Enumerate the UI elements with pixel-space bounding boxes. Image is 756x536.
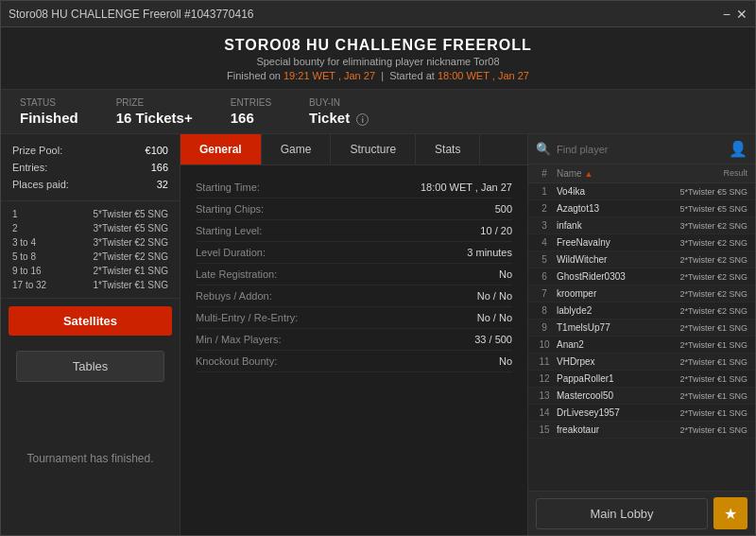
place-prize: 2*Twister €2 SNG (94, 251, 168, 262)
player-row[interactable]: 2Azagtot135*Twister €5 SNG (528, 200, 755, 217)
places-paid-value: 32 (157, 179, 168, 190)
player-result: 2*Twister €1 SNG (672, 408, 747, 418)
prize-pool-value: €100 (146, 145, 168, 156)
place-rank: 5 to 8 (12, 251, 36, 262)
places-paid-row: Places paid: 32 (12, 176, 168, 193)
player-result: 5*Twister €5 SNG (672, 187, 747, 197)
tab-bar: GeneralGameStructureStats (180, 134, 527, 165)
player-rank: 9 (536, 322, 553, 333)
tables-button[interactable]: Tables (16, 351, 164, 382)
detail-label: Rebuys / Addon: (196, 290, 272, 302)
prize-pool-label: Prize Pool: (12, 145, 62, 156)
player-name: kroomper (557, 288, 668, 299)
add-player-icon[interactable]: 👤 (729, 140, 747, 158)
player-result: 2*Twister €2 SNG (672, 272, 747, 282)
favorite-button[interactable]: ★ (713, 497, 747, 529)
player-result: 3*Twister €2 SNG (672, 238, 747, 248)
place-rank: 17 to 32 (12, 280, 46, 290)
player-rows: 1Vo4ika5*Twister €5 SNG2Azagtot135*Twist… (528, 183, 755, 439)
player-row[interactable]: 1Vo4ika5*Twister €5 SNG (528, 183, 755, 200)
main-lobby-button[interactable]: Main Lobby (536, 498, 708, 529)
player-row[interactable]: 7kroomper2*Twister €2 SNG (528, 285, 755, 303)
player-row[interactable]: 4FreeNavalny3*Twister €2 SNG (528, 234, 755, 251)
prize-places: 15*Twister €5 SNG23*Twister €5 SNG3 to 4… (1, 201, 180, 299)
separator: | (381, 70, 384, 81)
place-row: 3 to 43*Twister €2 SNG (12, 235, 168, 250)
player-row[interactable]: 5WildWitcher2*Twister €2 SNG (528, 251, 755, 268)
player-row[interactable]: 13Mastercool502*Twister €1 SNG (528, 388, 755, 405)
status-item: Status Finished (20, 97, 78, 126)
player-rank: 4 (536, 237, 553, 248)
tab-stats[interactable]: Stats (416, 134, 480, 164)
detail-value: 10 / 20 (480, 225, 512, 236)
info-bar: Status Finished Prize 16 Tickets+ Entrie… (1, 90, 755, 134)
place-prize: 5*Twister €5 SNG (94, 209, 168, 219)
player-row[interactable]: 6GhostRider03032*Twister €2 SNG (528, 268, 755, 285)
tab-general[interactable]: General (180, 134, 262, 164)
detail-label: Late Registration: (196, 268, 277, 280)
place-prize: 2*Twister €1 SNG (94, 266, 168, 276)
player-result: 2*Twister €1 SNG (672, 425, 747, 435)
player-row[interactable]: 11VHDrpex2*Twister €1 SNG (528, 354, 755, 371)
info-icon[interactable]: i (356, 113, 369, 126)
main-content: Prize Pool: €100 Entries: 166 Places pai… (1, 134, 755, 535)
player-row[interactable]: 12PappaRoller12*Twister €1 SNG (528, 371, 755, 388)
player-result: 2*Twister €1 SNG (672, 357, 747, 367)
place-rank: 9 to 16 (12, 266, 42, 276)
place-rank: 3 to 4 (12, 237, 36, 248)
prize-item: Prize 16 Tickets+ (116, 97, 193, 126)
player-row[interactable]: 15freakotaur2*Twister €1 SNG (528, 422, 755, 439)
place-row: 9 to 162*Twister €1 SNG (12, 264, 168, 278)
window-title: Storo08 HU CHALLENGE Freeroll #104377041… (9, 8, 253, 21)
star-icon: ★ (724, 505, 737, 523)
buyin-value: Ticket i (309, 110, 369, 126)
player-name: Anan2 (557, 339, 668, 350)
player-row[interactable]: 10Anan22*Twister €1 SNG (528, 337, 755, 354)
player-rank: 14 (536, 407, 553, 418)
entries-value: 166 (231, 110, 271, 126)
col-result-header: Result (672, 168, 747, 179)
col-num-header: # (536, 168, 553, 179)
tab-structure[interactable]: Structure (331, 134, 416, 164)
detail-row: Starting Time:18:00 WET , Jan 27 (196, 177, 512, 199)
place-rank: 2 (12, 223, 18, 233)
search-input[interactable] (557, 144, 723, 155)
places-paid-label: Places paid: (12, 179, 69, 190)
satellites-button[interactable]: Satellites (9, 306, 172, 336)
detail-value: No / No (477, 290, 512, 302)
player-result: 2*Twister €1 SNG (672, 323, 747, 333)
minimize-button[interactable]: − (723, 8, 730, 21)
place-prize: 3*Twister €5 SNG (94, 223, 168, 233)
player-name: DrLivesey1957 (557, 407, 668, 418)
detail-row: Rebuys / Addon:No / No (196, 285, 512, 307)
player-table-header: # Name ▲ Result (528, 164, 755, 183)
player-rank: 12 (536, 373, 553, 384)
detail-row: Multi-Entry / Re-Entry:No / No (196, 307, 512, 329)
tournament-subtitle: Special bounty for eliminating player ni… (1, 56, 755, 67)
tournament-title: STORO08 HU CHALLENGE FREEROLL (1, 37, 755, 54)
player-rank: 2 (536, 203, 553, 214)
tournament-header: STORO08 HU CHALLENGE FREEROLL Special bo… (1, 27, 755, 90)
tab-game[interactable]: Game (262, 134, 332, 164)
search-bar: 🔍 👤 (528, 134, 755, 164)
player-name: GhostRider0303 (557, 271, 668, 282)
detail-row: Late Registration:No (196, 264, 512, 285)
entries-label: Entries (231, 97, 271, 108)
detail-label: Starting Chips: (196, 203, 264, 215)
entries-label-left: Entries: (12, 162, 47, 173)
prize-value: 16 Tickets+ (116, 110, 193, 126)
player-row[interactable]: 8lablyde22*Twister €2 SNG (528, 303, 755, 320)
prize-info: Prize Pool: €100 Entries: 166 Places pai… (1, 134, 180, 201)
entries-value-left: 166 (151, 162, 168, 173)
buyin-item: Buy-in Ticket i (309, 97, 369, 126)
buyin-label: Buy-in (309, 97, 369, 108)
player-row[interactable]: 14DrLivesey19572*Twister €1 SNG (528, 405, 755, 422)
started-at-label: Started at (389, 70, 435, 81)
player-row[interactable]: 9T1melsUp772*Twister €1 SNG (528, 320, 755, 337)
player-name: lablyde2 (557, 305, 668, 316)
player-row[interactable]: 3infank3*Twister €2 SNG (528, 217, 755, 234)
player-name: Mastercool50 (557, 390, 668, 401)
place-row: 5 to 82*Twister €2 SNG (12, 250, 168, 264)
close-button[interactable]: ✕ (736, 8, 747, 21)
place-prize: 3*Twister €2 SNG (94, 237, 168, 248)
